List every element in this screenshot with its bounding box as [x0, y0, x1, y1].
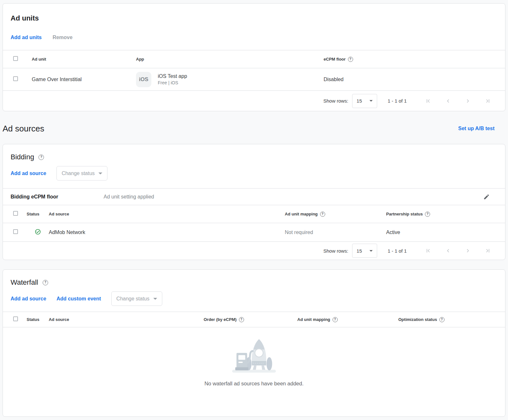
chevron-down-icon: [369, 100, 373, 102]
change-status-label: Change status: [62, 171, 95, 176]
ad-unit-mapping-column-header: Ad unit mapping: [297, 317, 330, 322]
app-column-header: App: [136, 57, 324, 62]
row-checkbox[interactable]: [13, 76, 18, 81]
waterfall-title-row: Waterfall ?: [3, 270, 505, 287]
setup-ab-test-link[interactable]: Set up A/B test: [458, 126, 495, 131]
add-waterfall-ad-source-button[interactable]: Add ad source: [11, 296, 46, 302]
next-page-button[interactable]: [465, 248, 471, 254]
status-column-header: Status: [27, 212, 49, 216]
bidding-pagination: Show rows: 15 1 - 1 of 1: [3, 241, 505, 260]
bidding-ecpm-floor-value: Ad unit setting applied: [104, 194, 483, 200]
ad-units-title: Ad units: [3, 4, 505, 22]
add-bidding-ad-source-button[interactable]: Add ad source: [11, 171, 46, 176]
ad-sources-header: Ad sources Set up A/B test: [3, 111, 505, 144]
bidding-table-row: AdMob Network Not required Active: [3, 223, 505, 241]
chevron-down-icon: [153, 298, 157, 300]
waterfall-change-status-button[interactable]: Change status: [111, 291, 162, 306]
last-page-button[interactable]: [485, 248, 491, 254]
page-range: 1 - 1 of 1: [388, 248, 407, 254]
ad-unit-name: Game Over Interstitial: [32, 77, 136, 82]
help-icon[interactable]: ?: [43, 280, 48, 285]
show-rows-label: Show rows:: [323, 98, 348, 104]
rows-per-page-value: 15: [357, 98, 362, 104]
mediation-page: Ad units Add ad units Remove Ad unit App…: [3, 3, 505, 417]
bidding-actions: Add ad source Change status: [3, 166, 505, 181]
ad-source-column-header: Ad source: [49, 212, 285, 216]
partnership-status-column-header: Partnership status: [386, 212, 423, 216]
status-cell: [27, 229, 49, 236]
waterfall-empty-state: No waterfall ad sources have been added.: [3, 327, 505, 416]
last-page-button[interactable]: [485, 98, 491, 104]
ecpm-floor-value: Disabled: [324, 77, 497, 82]
help-icon[interactable]: ?: [333, 317, 338, 322]
app-info: iOS Test app Free | iOS: [158, 73, 187, 85]
ad-unit-mapping-value: Not required: [285, 230, 386, 235]
empty-state-message: No waterfall ad sources have been added.: [3, 380, 505, 387]
ad-unit-column-header: Ad unit: [32, 57, 136, 62]
ad-source-column-header: Ad source: [49, 317, 204, 322]
help-icon[interactable]: ?: [38, 155, 44, 160]
bidding-title: Bidding: [11, 153, 34, 162]
waterfall-card: Waterfall ? Add ad source Add custom eve…: [3, 269, 505, 417]
partnership-status-value: Active: [386, 230, 497, 235]
ad-sources-title: Ad sources: [3, 122, 44, 135]
ad-units-card: Ad units Add ad units Remove Ad unit App…: [3, 3, 505, 111]
chevron-down-icon: [98, 172, 102, 174]
ad-units-table-header: Ad unit App eCPM floor ?: [3, 50, 505, 68]
app-name: iOS Test app: [158, 73, 187, 79]
bidding-change-status-button[interactable]: Change status: [56, 166, 107, 181]
select-all-checkbox[interactable]: [13, 316, 18, 321]
bidding-card: Bidding ? Add ad source Change status Bi…: [3, 144, 505, 260]
help-icon[interactable]: ?: [439, 317, 444, 322]
row-checkbox[interactable]: [13, 229, 18, 234]
help-icon[interactable]: ?: [239, 317, 244, 322]
ecpm-floor-column-header: eCPM floor: [324, 57, 346, 62]
ad-source-name: AdMob Network: [49, 230, 285, 235]
add-custom-event-button[interactable]: Add custom event: [56, 296, 101, 302]
help-icon[interactable]: ?: [320, 212, 325, 217]
waterfall-title: Waterfall: [11, 278, 38, 287]
first-page-button[interactable]: [425, 248, 431, 254]
ad-units-pagination: Show rows: 15 1 - 1 of 1: [3, 90, 505, 111]
next-page-button[interactable]: [465, 98, 471, 104]
bidding-ecpm-floor-row: Bidding eCPM floor Ad unit setting appli…: [3, 188, 505, 205]
bidding-title-row: Bidding ?: [3, 144, 505, 162]
ios-app-icon: iOS: [136, 72, 151, 87]
chevron-down-icon: [369, 250, 373, 252]
edit-pencil-button[interactable]: [483, 194, 491, 200]
first-page-button[interactable]: [425, 98, 431, 104]
add-ad-units-button[interactable]: Add ad units: [11, 34, 42, 41]
ad-unit-mapping-column-header: Ad unit mapping: [285, 212, 318, 216]
bidding-table-header: Status Ad source Ad unit mapping ? Partn…: [3, 205, 505, 223]
page-range: 1 - 1 of 1: [388, 98, 407, 104]
show-rows-label: Show rows:: [323, 248, 348, 254]
remove-button[interactable]: Remove: [53, 34, 72, 41]
help-icon[interactable]: ?: [425, 212, 430, 217]
rocket-fuel-pump-illustration: [229, 337, 279, 374]
prev-page-button[interactable]: [445, 98, 451, 104]
status-active-icon: [35, 229, 41, 236]
ad-unit-table-row: Game Over Interstitial iOS iOS Test app …: [3, 68, 505, 90]
select-all-checkbox[interactable]: [13, 211, 18, 216]
app-meta: Free | iOS: [158, 80, 187, 85]
change-status-label: Change status: [116, 296, 149, 302]
rows-per-page-select[interactable]: 15: [352, 94, 377, 108]
help-icon[interactable]: ?: [348, 57, 353, 62]
rows-per-page-value: 15: [357, 248, 362, 254]
bidding-ecpm-floor-label: Bidding eCPM floor: [11, 194, 104, 200]
ad-units-actions: Add ad units Remove: [3, 34, 505, 50]
select-all-checkbox[interactable]: [13, 56, 18, 61]
rows-per-page-select[interactable]: 15: [352, 244, 377, 258]
waterfall-table-header: Status Ad source Order (by eCPM) ? Ad un…: [3, 312, 505, 327]
optimization-status-column-header: Optimization status: [398, 317, 437, 322]
waterfall-actions: Add ad source Add custom event Change st…: [3, 291, 505, 312]
status-column-header: Status: [27, 317, 49, 322]
prev-page-button[interactable]: [445, 248, 451, 254]
order-column-header: Order (by eCPM): [204, 317, 237, 322]
app-cell: iOS iOS Test app Free | iOS: [136, 72, 324, 87]
